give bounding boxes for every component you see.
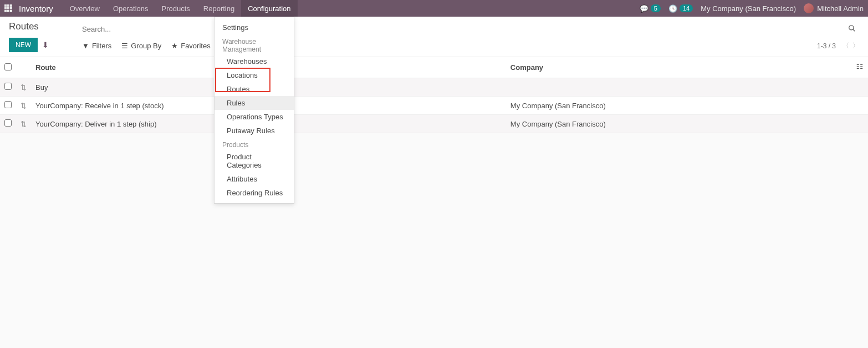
search-button[interactable] (845, 24, 859, 34)
search-input[interactable] (82, 25, 845, 33)
svg-rect-2 (857, 64, 859, 65)
topnav-right: 💬 5 🕓 14 My Company (San Francisco) Mitc… (640, 0, 864, 17)
new-button[interactable]: NEW (9, 38, 38, 52)
groupby-label: Group By (131, 42, 161, 50)
apps-icon[interactable] (4, 4, 12, 12)
nav-products[interactable]: Products (155, 0, 196, 17)
cell-company: My Company (San Francisco) (506, 97, 851, 115)
user-name: Mitchell Admin (817, 4, 864, 13)
layers-icon: ☰ (121, 42, 128, 50)
messages-count: 5 (651, 4, 661, 12)
download-button[interactable]: ⬇ (42, 41, 49, 49)
action-buttons: NEW ⬇ (9, 38, 49, 57)
svg-point-0 (849, 26, 854, 30)
svg-rect-5 (860, 64, 862, 65)
dd-putaway[interactable]: Putaway Rules (215, 124, 294, 133)
dd-rules[interactable]: Rules (215, 96, 294, 110)
app-brand[interactable]: Inventory (19, 4, 53, 13)
activities-count: 14 (680, 4, 693, 12)
star-icon: ★ (171, 42, 178, 50)
filter-group: ▼ Filters ☰ Group By ★ Favorites (82, 42, 211, 50)
filters-label: Filters (92, 42, 111, 50)
header-handle-col (16, 57, 31, 78)
control-panel: Routes NEW ⬇ ▼ Filters ☰ (0, 17, 868, 57)
dd-locations[interactable]: Locations (215, 68, 294, 82)
svg-line-1 (853, 29, 855, 32)
activities-indicator[interactable]: 🕓 14 (668, 4, 693, 13)
dd-settings[interactable]: Settings (215, 21, 294, 34)
nav-configuration[interactable]: Configuration (241, 0, 297, 17)
control-left: Routes NEW ⬇ (9, 21, 49, 57)
pager-prev[interactable]: 〈 (843, 41, 849, 51)
filters-button[interactable]: ▼ Filters (82, 42, 111, 50)
header-checkbox-col (0, 57, 16, 78)
dd-header-warehouse: Warehouse Management (215, 34, 294, 54)
search-icon (848, 26, 856, 34)
table-row[interactable]: ⇅ YourCompany: Receive in 1 step (stock)… (0, 97, 868, 115)
company-selector[interactable]: My Company (San Francisco) (701, 4, 796, 13)
svg-rect-4 (857, 68, 859, 69)
svg-rect-3 (857, 66, 859, 67)
row-checkbox[interactable] (4, 101, 12, 108)
search-row (82, 21, 859, 38)
dd-routes[interactable]: Routes (215, 82, 294, 96)
table-row[interactable]: ⇅ Buy (0, 78, 868, 97)
pager-text: 1-3 / 3 (817, 42, 836, 50)
control-right: ▼ Filters ☰ Group By ★ Favorites 1-3 / 3… (82, 21, 859, 56)
page-title: Routes (9, 21, 49, 32)
groupby-button[interactable]: ☰ Group By (121, 42, 161, 50)
cell-company (506, 78, 851, 97)
routes-table: Route Company ⇅ Buy ⇅ YourCompany: Recei… (0, 57, 868, 133)
filter-row: ▼ Filters ☰ Group By ★ Favorites 1-3 / 3… (82, 38, 859, 56)
columns-options-icon[interactable] (856, 64, 864, 72)
select-all-checkbox[interactable] (4, 63, 12, 70)
dd-warehouses[interactable]: Warehouses (215, 54, 294, 68)
table-header-row: Route Company (0, 57, 868, 78)
favorites-label: Favorites (181, 42, 210, 50)
configuration-dropdown: Settings Warehouse Management Warehouses… (214, 17, 294, 133)
top-nav: Inventory Overview Operations Products R… (0, 0, 868, 17)
drag-handle-icon[interactable]: ⇅ (21, 102, 27, 110)
nav-operations[interactable]: Operations (106, 0, 155, 17)
row-checkbox[interactable] (4, 119, 12, 127)
header-options (851, 57, 868, 78)
pager: 1-3 / 3 〈 〉 (817, 41, 859, 51)
download-icon: ⬇ (42, 41, 49, 49)
svg-rect-7 (860, 68, 862, 69)
nav-overview[interactable]: Overview (63, 0, 106, 17)
svg-rect-6 (860, 66, 862, 67)
nav-reporting[interactable]: Reporting (197, 0, 241, 17)
clock-icon: 🕓 (668, 4, 677, 13)
chat-icon: 💬 (640, 4, 649, 13)
messages-indicator[interactable]: 💬 5 (640, 4, 661, 13)
header-company[interactable]: Company (506, 57, 851, 78)
funnel-icon: ▼ (82, 42, 89, 50)
drag-handle-icon[interactable]: ⇅ (21, 83, 27, 92)
row-checkbox[interactable] (4, 83, 12, 90)
table-row[interactable]: ⇅ YourCompany: Deliver in 1 step (ship) … (0, 115, 868, 133)
pager-arrows: 〈 〉 (843, 41, 859, 51)
cell-company: My Company (San Francisco) (506, 115, 851, 133)
avatar-icon (804, 3, 814, 13)
dd-op-types[interactable]: Operations Types (215, 110, 294, 124)
topnav-left: Inventory Overview Operations Products R… (4, 0, 298, 17)
user-menu[interactable]: Mitchell Admin (804, 3, 864, 13)
favorites-button[interactable]: ★ Favorites (171, 42, 210, 50)
drag-handle-icon[interactable]: ⇅ (21, 120, 27, 128)
pager-next[interactable]: 〉 (852, 41, 859, 51)
